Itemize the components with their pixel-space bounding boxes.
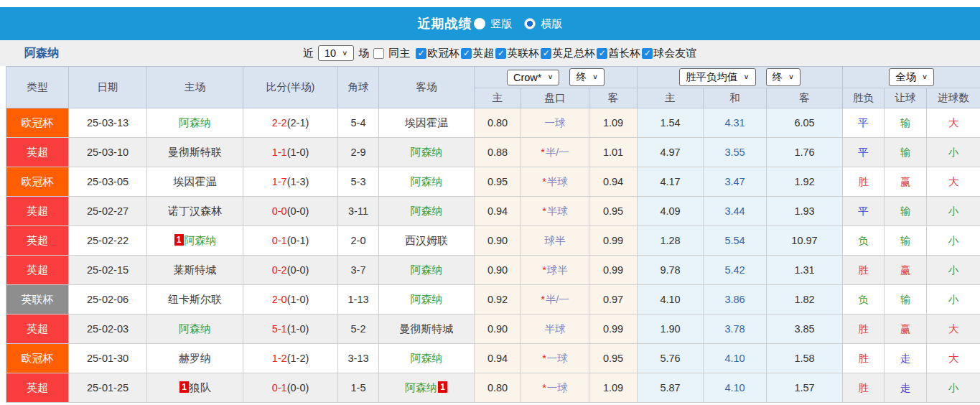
handicap-label: 半球: [547, 205, 568, 217]
team-name-link[interactable]: 阿森纳: [411, 175, 443, 187]
odds-time-select[interactable]: 终 ∨: [569, 68, 605, 86]
check-icon: ✓: [463, 49, 470, 57]
odds-company-select[interactable]: Crow* ∨: [507, 70, 560, 85]
mean-type-value: 胜平负均值: [686, 70, 738, 84]
match-date-cell: 25-01-30: [69, 344, 147, 373]
handicap-result-cell: 走: [885, 344, 927, 373]
mean-type-select[interactable]: 胜平负均值 ∨: [679, 68, 756, 86]
halftime-score: (1-3): [287, 176, 309, 187]
team-name-link[interactable]: 西汉姆联: [405, 234, 448, 246]
competition-badge: 英超: [6, 138, 68, 167]
goals-result-cell: 小: [927, 226, 980, 256]
rank-badge: 1: [438, 381, 447, 393]
radio-button-icon[interactable]: [474, 18, 485, 29]
goals-result-cell: 大: [927, 167, 980, 197]
team-name-link[interactable]: 阿森纳: [411, 293, 443, 305]
mean-time-select[interactable]: 终 ∨: [766, 68, 801, 86]
score-cell: 5-1(1-0): [243, 315, 338, 344]
layout-radio-horizontal[interactable]: 横版: [524, 17, 563, 31]
chevron-down-icon: ∨: [788, 73, 794, 81]
match-count-value: 10: [325, 47, 336, 59]
odds-away-cell: 1.01: [589, 138, 638, 167]
same-home-checkbox[interactable]: 同主: [373, 47, 410, 60]
match-type-cell: 欧冠杯: [6, 167, 69, 197]
odds-company-value: Crow*: [513, 72, 541, 83]
team-name-link[interactable]: 阿森纳: [405, 381, 437, 394]
corner-count-cell: 2-0: [338, 226, 379, 256]
team-name-link[interactable]: 阿森纳: [185, 234, 217, 246]
scope-select[interactable]: 全场 ∨: [889, 68, 934, 86]
team-name-heading[interactable]: 阿森纳: [24, 46, 59, 61]
table-row: 欧冠杯25-01-30赫罗纳1-2(1-2)3-13阿森纳0.94*一球0.95…: [6, 344, 980, 373]
odds-group-header: Crow* ∨ 终 ∨: [475, 67, 638, 88]
team-name-link[interactable]: 阿森纳: [411, 264, 443, 276]
corner-count-cell: 5-3: [338, 167, 379, 197]
team-name-link[interactable]: 阿森纳: [179, 116, 211, 129]
filter-controls: 近 10 ∨ 场 同主 ✓欧冠杯✓英超✓英联杯✓英足总杯✓酋长杯✓球会友谊: [303, 40, 696, 66]
rank-badge: 1: [179, 381, 189, 393]
team-name-link[interactable]: 莱斯特城: [174, 264, 217, 276]
layout-radio-vertical[interactable]: 竖版: [474, 17, 513, 31]
checkbox-icon[interactable]: ✓: [597, 48, 607, 59]
mean-draw-cell: 5.42: [704, 256, 767, 285]
team-name-link[interactable]: 阿森纳: [411, 146, 443, 158]
radio-label: 横版: [541, 17, 563, 31]
team-name-link[interactable]: 阿森纳: [179, 322, 211, 335]
halftime-score: (0-0): [287, 382, 309, 394]
handicap-result-cell: 赢: [885, 167, 927, 197]
subheader-mean-home: 主: [638, 88, 704, 108]
odds-home-cell: 0.90: [475, 315, 521, 344]
score-cell: 0-1(0-0): [243, 373, 338, 403]
competition-filter-checkbox[interactable]: ✓球会友谊: [642, 47, 696, 60]
mean-lose-cell: 1.58: [767, 344, 843, 373]
handicap-label: 球半: [547, 264, 568, 276]
table-row: 英超25-03-10曼彻斯特联1-1(1-0)2-9阿森纳0.88*半/一1.0…: [6, 138, 980, 167]
away-team-cell: 阿森纳1: [379, 373, 475, 403]
team-name-link[interactable]: 赫罗纳: [179, 352, 211, 364]
team-name-link[interactable]: 狼队: [190, 381, 211, 394]
checkbox-icon[interactable]: ✓: [541, 48, 551, 59]
team-name-link[interactable]: 阿森纳: [411, 205, 443, 217]
outcome-result-cell: 胜: [843, 315, 885, 344]
team-name-link[interactable]: 纽卡斯尔联: [168, 293, 222, 305]
checkbox-icon[interactable]: ✓: [642, 48, 653, 59]
checkbox-icon[interactable]: ✓: [461, 48, 472, 59]
team-name-link[interactable]: 诺丁汉森林: [168, 205, 222, 217]
home-team-cell: 纽卡斯尔联: [147, 285, 243, 315]
chevron-down-icon: ∨: [547, 73, 553, 81]
handicap-star: *: [542, 176, 546, 187]
competition-filter-checkbox[interactable]: ✓酋长杯: [597, 47, 640, 60]
checkbox-icon[interactable]: ✓: [416, 48, 426, 59]
radio-button-icon[interactable]: [524, 18, 536, 29]
competition-filter-checkbox[interactable]: ✓英超: [461, 47, 494, 60]
handicap-label: 一球: [547, 353, 568, 364]
table-row: 英超25-02-27诺丁汉森林0-0(0-0)3-11阿森纳0.94*半球0.9…: [6, 197, 980, 226]
outcome-result-cell: 胜: [843, 256, 885, 285]
competition-filter-checkbox[interactable]: ✓英联杯: [495, 47, 539, 60]
handicap-star: *: [542, 353, 546, 364]
mean-draw-cell: 3.78: [704, 315, 767, 344]
checkbox-icon[interactable]: ✓: [495, 48, 506, 59]
away-team-cell: 阿森纳: [379, 167, 475, 197]
chevron-down-icon: ∨: [592, 73, 598, 81]
team-name-link[interactable]: 埃因霍温: [405, 116, 448, 129]
corner-count-cell: 3-11: [338, 197, 379, 226]
fulltime-score: 1-7: [272, 176, 287, 187]
team-name-link[interactable]: 曼彻斯特城: [400, 322, 454, 335]
match-count-select[interactable]: 10 ∨: [318, 45, 354, 61]
odds-away-cell: 0.94: [589, 167, 638, 197]
checkbox-icon[interactable]: [373, 48, 384, 59]
team-name-link[interactable]: 曼彻斯特联: [168, 146, 222, 158]
team-name-link[interactable]: 埃因霍温: [174, 175, 217, 187]
check-icon: ✓: [498, 49, 505, 57]
competition-filter-checkbox[interactable]: ✓欧冠杯: [416, 47, 459, 60]
odds-away-cell: 1.09: [589, 373, 638, 403]
mean-lose-cell: 1.82: [767, 285, 843, 315]
handicap-result-cell: 输: [885, 226, 927, 256]
away-team-cell: 阿森纳: [379, 138, 475, 167]
goals-result-cell: 小: [927, 285, 980, 315]
team-name-link[interactable]: 阿森纳: [411, 352, 443, 364]
corner-count-cell: 3-7: [338, 256, 379, 285]
halftime-score: (0-1): [287, 235, 309, 246]
competition-filter-checkbox[interactable]: ✓英足总杯: [541, 47, 595, 60]
